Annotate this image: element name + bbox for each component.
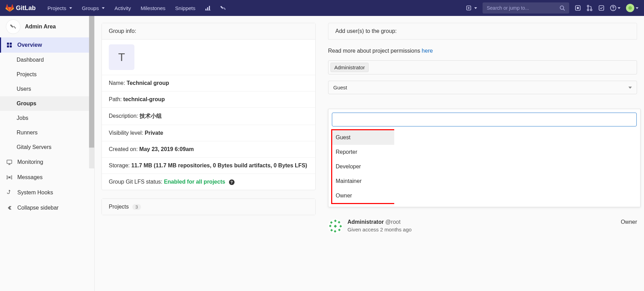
help-icon[interactable]: ? [229,179,235,185]
role-select[interactable]: Guest [328,81,637,94]
issues-icon[interactable] [575,5,581,11]
svg-point-10 [590,9,592,11]
role-option-maintainer[interactable]: Maintainer [332,174,394,188]
sidebar-label: Collapse sidebar [17,205,59,211]
group-path-row: Path: technical-group [102,91,315,107]
svg-rect-17 [7,160,12,164]
role-dropdown-search[interactable] [332,113,637,126]
sidebar-item-projects[interactable]: Projects [0,67,94,82]
nav-chart-icon[interactable] [200,0,215,16]
member-access-text: Given access 2 months ago [347,227,412,232]
projects-count: 3 [132,204,141,210]
add-users-panel: Add user(s) to the group: Read more abou… [328,23,637,94]
svg-point-5 [560,6,564,9]
role-option-guest[interactable]: Guest [332,130,394,145]
help-dropdown[interactable] [610,5,620,11]
nav-milestones[interactable]: Milestones [136,0,170,16]
brand-text: GitLab [16,5,36,12]
overview-icon [6,42,12,48]
svg-rect-15 [7,45,9,47]
svg-rect-2 [209,6,210,10]
permissions-link[interactable]: here [422,48,433,54]
user-menu[interactable] [626,4,638,12]
sidebar-item-dashboard[interactable]: Dashboard [0,53,94,67]
sidebar-label: System Hooks [17,189,53,196]
sidebar-nav: Overview Dashboard Projects Users Groups… [0,37,94,291]
sidebar-item-runners[interactable]: Runners [0,125,94,140]
search-input[interactable] [487,5,559,11]
sidebar-item-users[interactable]: Users [0,82,94,96]
nav-links: Projects Groups Activity Milestones Snip… [43,0,231,16]
svg-point-7 [577,7,579,9]
search-icon [559,5,565,11]
svg-rect-13 [7,43,9,45]
member-avatar [328,219,343,233]
scrollbar[interactable] [89,16,94,168]
svg-rect-1 [207,7,208,10]
role-option-reporter[interactable]: Reporter [332,145,394,159]
sidebar: Admin Area Overview Dashboard Projects U… [0,16,95,291]
collapse-icon [6,205,12,211]
nav-activity[interactable]: Activity [109,0,136,16]
add-users-title: Add user(s) to the group: [328,23,637,39]
group-info-panel: Group info: T Name: Technical group Path… [102,23,316,190]
gitlab-logo[interactable]: GitLab [6,4,36,12]
main-content: Group info: T Name: Technical group Path… [95,16,644,291]
group-lfs-row: Group Git LFS status: Enabled for all pr… [102,174,315,190]
role-options-highlight-box: Guest Reporter Developer Maintainer Owne… [331,129,394,204]
gitlab-icon [6,4,14,12]
sidebar-item-overview[interactable]: Overview [0,37,94,53]
permissions-text: Read more about project permissions here [328,46,637,60]
sidebar-header[interactable]: Admin Area [0,16,94,37]
wrench-icon [6,20,20,34]
lfs-status-link[interactable]: Enabled for all projects [164,179,225,185]
sidebar-item-groups[interactable]: Groups [0,96,94,111]
avatar [626,4,634,12]
merge-requests-icon[interactable] [586,5,593,11]
member-name[interactable]: Administrator @root [347,219,412,225]
search-box[interactable] [483,2,569,14]
svg-point-18 [9,177,10,178]
projects-title: Projects [109,204,129,210]
chevron-down-icon [628,87,632,89]
svg-rect-14 [10,43,12,45]
group-name-row: Name: Technical group [102,75,315,91]
nav-groups[interactable]: Groups [77,0,109,16]
nav-projects[interactable]: Projects [43,0,77,16]
role-option-developer[interactable]: Developer [332,159,394,174]
hook-icon [6,190,12,195]
user-chip[interactable]: Administrator [330,63,369,72]
svg-rect-3 [205,10,211,10]
sidebar-item-jobs[interactable]: Jobs [0,111,94,125]
existing-member-row: Administrator @root Given access 2 month… [328,219,637,233]
member-role: Owner [621,219,637,225]
nav-snippets[interactable]: Snippets [170,0,200,16]
role-option-owner[interactable]: Owner [332,188,394,203]
svg-point-9 [587,9,589,11]
top-navbar: GitLab Projects Groups Activity Mileston… [0,0,644,16]
sidebar-collapse[interactable]: Collapse sidebar [0,200,94,215]
group-avatar-row: T [102,39,315,75]
user-select-input[interactable]: Administrator [328,60,637,74]
broadcast-icon [6,175,12,180]
sidebar-title: Admin Area [25,24,56,30]
svg-point-8 [587,5,589,7]
sidebar-item-gitaly[interactable]: Gitaly Servers [0,140,94,155]
group-storage-row: Storage: 11.7 MB (11.7 MB repositories, … [102,157,315,174]
sidebar-label: Monitoring [17,159,43,165]
sidebar-item-messages[interactable]: Messages [0,170,94,185]
nav-wrench-icon[interactable] [215,0,231,16]
group-created-row: Created on: May 23, 2019 6:09am [102,141,315,157]
svg-point-19 [9,190,10,191]
sidebar-label: Messages [17,174,43,180]
sidebar-item-monitoring[interactable]: Monitoring [0,155,94,170]
sidebar-item-hooks[interactable]: System Hooks [0,185,94,200]
projects-panel: Projects 3 [102,199,316,215]
panel-title: Group info: [102,23,315,39]
sidebar-label: Overview [17,42,42,48]
top-right [466,2,638,14]
todos-icon[interactable] [598,5,605,11]
group-desc-row: Description: 技术小组 [102,107,315,125]
svg-rect-16 [10,45,12,47]
new-dropdown[interactable] [466,5,477,11]
